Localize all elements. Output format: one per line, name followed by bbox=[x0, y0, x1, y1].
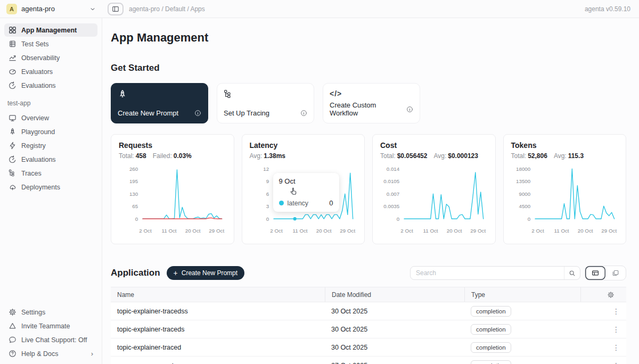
sidebar-item-overview[interactable]: Overview bbox=[4, 111, 97, 125]
svg-text:3: 3 bbox=[266, 203, 268, 209]
tokens-chart[interactable]: 04500900013500180002 Oct11 Oct20 Oct29 O… bbox=[511, 164, 619, 235]
table-row[interactable]: topic-explainer-tracedss 30 Oct 2025 com… bbox=[111, 302, 626, 320]
chat-icon bbox=[9, 336, 17, 344]
workspace-selector[interactable]: A agenta-pro bbox=[0, 4, 102, 14]
search-input[interactable] bbox=[411, 269, 564, 277]
sidebar-item-playground[interactable]: Playground bbox=[4, 125, 97, 138]
tracing-icon bbox=[224, 89, 307, 99]
info-icon[interactable] bbox=[406, 106, 413, 113]
app-window: A agenta-pro agenta-pro / Default / Apps… bbox=[0, 0, 639, 364]
version-label: agenta v0.59.10 bbox=[585, 5, 639, 13]
chart-title: Cost bbox=[380, 141, 488, 150]
cost-chart-card: Cost Total:$0.056452 Avg:$0.000123 00.00… bbox=[372, 134, 496, 244]
table-row[interactable]: topic-explainer-traceds 30 Oct 2025 comp… bbox=[111, 320, 626, 338]
svg-text:20 Oct: 20 Oct bbox=[577, 228, 593, 234]
breadcrumb[interactable]: agenta-pro / Default / Apps bbox=[129, 5, 205, 13]
app-name: topic-explainer-tracedss bbox=[111, 302, 325, 320]
sidebar-collapse-button[interactable] bbox=[108, 3, 124, 15]
sidebar-item-invite-teammate[interactable]: Invite Teammate bbox=[4, 319, 97, 333]
sidebar-item-label: Playground bbox=[21, 128, 55, 136]
gear-icon bbox=[9, 308, 17, 316]
sidebar-item-traces[interactable]: Traces bbox=[4, 167, 97, 180]
chart-line-icon bbox=[9, 54, 17, 62]
app-name: topic-explainer-traced bbox=[111, 338, 325, 356]
table-view-button[interactable] bbox=[585, 266, 605, 280]
info-icon[interactable] bbox=[194, 110, 201, 117]
row-menu-button[interactable]: ⋮ bbox=[612, 326, 620, 333]
chart-title: Latency bbox=[250, 141, 357, 150]
sidebar-item-observability[interactable]: Observability bbox=[4, 51, 97, 64]
svg-text:0: 0 bbox=[135, 216, 138, 222]
row-menu-button[interactable]: ⋮ bbox=[612, 362, 620, 364]
create-new-prompt-button[interactable]: + Create New Prompt bbox=[167, 266, 245, 280]
row-menu-button[interactable]: ⋮ bbox=[612, 344, 620, 351]
column-settings[interactable] bbox=[580, 287, 626, 302]
sidebar-item-live-chat[interactable]: Live Chat Support: Off bbox=[4, 333, 97, 346]
create-new-prompt-card[interactable]: Create New Prompt bbox=[111, 83, 208, 123]
applications-table: Name Date Modified Type topic-explainer-… bbox=[111, 287, 626, 364]
test-sets-icon bbox=[9, 40, 17, 48]
table-row[interactable]: career-assessment 27 Oct 2025 completion… bbox=[111, 357, 626, 364]
sidebar-group-label: test-app bbox=[7, 100, 97, 107]
svg-text:2 Oct: 2 Oct bbox=[270, 228, 283, 234]
column-header-date-modified[interactable]: Date Modified bbox=[325, 287, 464, 302]
sidebar-item-settings[interactable]: Settings bbox=[4, 305, 97, 319]
sidebar-item-registry[interactable]: Registry bbox=[4, 139, 97, 152]
sidebar-item-test-sets[interactable]: Test Sets bbox=[4, 37, 97, 51]
sidebar-item-deployments[interactable]: Deployments bbox=[4, 180, 97, 194]
type-badge: completion bbox=[471, 360, 511, 364]
svg-text:2 Oct: 2 Oct bbox=[139, 228, 152, 234]
grid-icon bbox=[9, 26, 17, 34]
row-menu-button[interactable]: ⋮ bbox=[612, 308, 620, 315]
cloud-icon bbox=[9, 183, 17, 191]
application-heading: Application bbox=[111, 268, 160, 278]
info-icon[interactable] bbox=[300, 110, 307, 117]
hand-cursor-icon bbox=[289, 187, 298, 196]
app-name: topic-explainer-traceds bbox=[111, 320, 325, 338]
chart-stats: Avg:1.38ms bbox=[250, 152, 357, 160]
sidebar-item-label: Live Chat Support: Off bbox=[21, 336, 87, 344]
view-toggle bbox=[585, 266, 626, 280]
tokens-chart-card: Tokens Total:52,806 Avg:115.3 0450090001… bbox=[503, 134, 627, 244]
set-up-tracing-card[interactable]: Set Up Tracing bbox=[217, 83, 314, 123]
sidebar: App Management Test Sets Observability E… bbox=[0, 18, 102, 364]
create-custom-workflow-card[interactable]: </> Create Custom Workflow bbox=[323, 83, 420, 123]
svg-text:20 Oct: 20 Oct bbox=[316, 228, 331, 234]
requests-chart[interactable]: 0651301952602 Oct11 Oct20 Oct29 Oct bbox=[119, 164, 226, 235]
tooltip-series-row: latency 0 bbox=[279, 199, 333, 207]
sidebar-footer: Settings Invite Teammate Live Chat Suppo… bbox=[4, 305, 97, 361]
card-label: Set Up Tracing bbox=[224, 109, 269, 117]
column-header-name[interactable]: Name bbox=[111, 287, 325, 302]
sidebar-item-label: Help & Docs bbox=[21, 350, 58, 358]
date-modified: 30 Oct 2025 bbox=[325, 302, 464, 320]
sidebar-item-help-docs[interactable]: Help & Docs › bbox=[4, 347, 97, 360]
card-label: Create Custom Workflow bbox=[330, 101, 406, 117]
svg-text:260: 260 bbox=[129, 166, 138, 172]
card-label: Create New Prompt bbox=[118, 109, 178, 117]
sidebar-item-evaluations[interactable]: Evaluations bbox=[4, 79, 97, 92]
requests-chart-card: Requests Total:458 Failed:0.03% 06513019… bbox=[111, 134, 234, 244]
sidebar-item-evaluators[interactable]: Evaluators bbox=[4, 65, 97, 78]
tooltip-series-label: latency bbox=[288, 200, 309, 207]
svg-text:2 Oct: 2 Oct bbox=[531, 228, 544, 234]
sidebar-item-app-evaluations[interactable]: Evaluations bbox=[4, 153, 97, 166]
sidebar-item-app-management[interactable]: App Management bbox=[4, 23, 97, 37]
svg-text:13500: 13500 bbox=[516, 178, 531, 184]
chart-stats: Total:$0.056452 Avg:$0.000123 bbox=[380, 152, 488, 160]
column-header-type[interactable]: Type bbox=[464, 287, 580, 302]
svg-text:65: 65 bbox=[132, 203, 138, 209]
sidebar-item-label: Evaluators bbox=[21, 68, 53, 76]
app-name: career-assessment bbox=[111, 357, 325, 364]
cost-chart[interactable]: 00.00350.0070.01050.0142 Oct11 Oct20 Oct… bbox=[380, 164, 488, 235]
workspace-avatar: A bbox=[6, 4, 17, 14]
sidebar-item-label: Registry bbox=[21, 142, 46, 150]
search-box bbox=[410, 266, 580, 280]
svg-text:0.014: 0.014 bbox=[387, 166, 400, 172]
monitor-icon bbox=[9, 114, 17, 122]
search-icon[interactable] bbox=[564, 267, 580, 279]
table-row[interactable]: topic-explainer-traced 30 Oct 2025 compl… bbox=[111, 338, 626, 357]
card-view-button[interactable] bbox=[605, 266, 626, 280]
plus-icon: + bbox=[174, 269, 178, 277]
get-started-cards: Create New Prompt Set Up Tracing </> Cre… bbox=[111, 83, 626, 123]
tooltip-value: 0 bbox=[329, 199, 333, 207]
